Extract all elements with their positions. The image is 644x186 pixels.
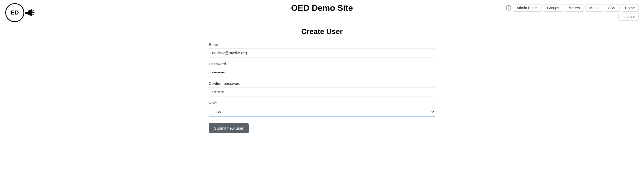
svg-rect-0 xyxy=(25,12,28,14)
password-group: Password xyxy=(209,62,435,77)
nav-area: ? Admin Panel Groups Meters Maps CSV Hom… xyxy=(506,3,639,21)
logout-button[interactable]: Log out xyxy=(618,13,639,21)
logo-area: ED xyxy=(5,3,36,22)
email-group: Email xyxy=(209,42,435,57)
create-user-form: Email Password Confirm password Role CSV… xyxy=(209,42,435,133)
role-select[interactable]: CSV Admin Obvius xyxy=(209,107,435,117)
help-icon[interactable]: ? xyxy=(506,5,511,11)
email-field[interactable] xyxy=(209,48,435,57)
confirm-password-field[interactable] xyxy=(209,87,435,96)
logo-circle: ED xyxy=(5,3,24,22)
confirm-password-label: Confirm password xyxy=(209,81,435,86)
nav-maps-button[interactable]: Maps xyxy=(586,4,602,12)
main-content: Create User Email Password Confirm passw… xyxy=(203,22,441,138)
site-title-area: OED Demo Site xyxy=(291,3,353,13)
submit-new-user-button[interactable]: Submit new user xyxy=(209,123,249,133)
page-title: Create User xyxy=(209,27,435,36)
nav-meters-button[interactable]: Meters xyxy=(565,4,584,12)
role-label: Role xyxy=(209,101,435,105)
svg-marker-1 xyxy=(28,9,32,16)
nav-groups-button[interactable]: Groups xyxy=(543,4,563,12)
header: ED OED Demo Site ? Admin Panel Groups Me… xyxy=(0,0,644,22)
nav-row-top: ? Admin Panel Groups Meters Maps CSV Hom… xyxy=(506,4,639,12)
nav-home-button[interactable]: Home xyxy=(621,4,639,12)
role-group: Role CSV Admin Obvius xyxy=(209,101,435,117)
svg-line-2 xyxy=(32,10,34,11)
password-label: Password xyxy=(209,62,435,66)
svg-line-4 xyxy=(32,14,34,15)
site-title: OED Demo Site xyxy=(291,3,353,13)
nav-csv-button[interactable]: CSV xyxy=(604,4,619,12)
password-field[interactable] xyxy=(209,68,435,77)
confirm-password-group: Confirm password xyxy=(209,81,435,96)
email-label: Email xyxy=(209,42,435,47)
logo-signal-icon xyxy=(25,9,36,17)
nav-admin-panel-button[interactable]: Admin Panel xyxy=(513,4,541,12)
nav-row-bottom: Log out xyxy=(618,13,639,21)
